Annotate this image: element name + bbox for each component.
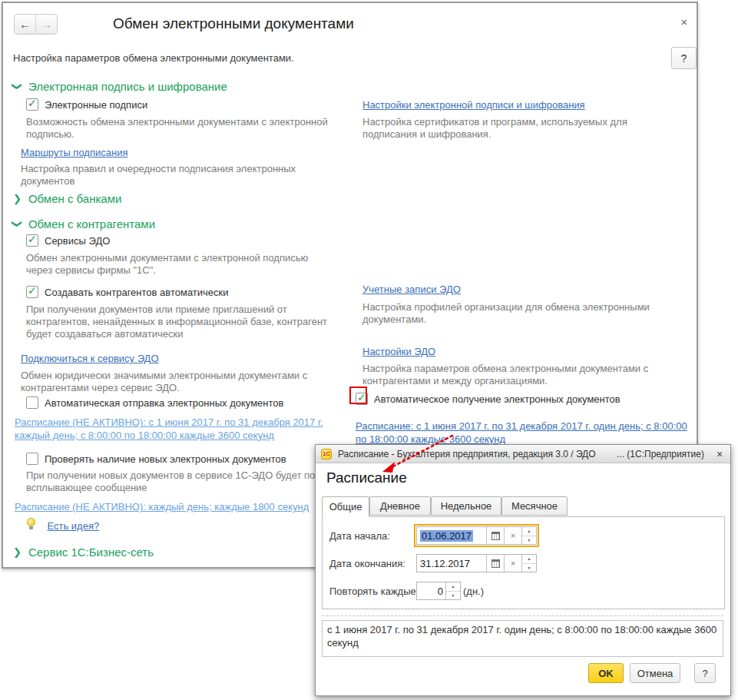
section-title: Обмен с контрагентами bbox=[28, 217, 155, 231]
end-date-spinner[interactable]: ▲▼ bbox=[521, 555, 536, 572]
end-date-field: 31.12.2017 × ▲▼ bbox=[416, 554, 537, 572]
tab-weekly[interactable]: Недельное bbox=[431, 496, 501, 516]
checkbox-label: Создавать контрагентов автоматически bbox=[45, 287, 229, 298]
idea-row: Есть идея? bbox=[26, 518, 99, 533]
value-text: 0 bbox=[438, 586, 443, 597]
spin-down-icon[interactable]: ▼ bbox=[446, 592, 460, 600]
checkbox-label: Сервисы ЭДО bbox=[45, 235, 110, 247]
spin-up-icon[interactable]: ▲ bbox=[522, 527, 536, 536]
desc-electronic-signatures: Возможность обмена электронными документ… bbox=[26, 116, 337, 141]
cancel-button[interactable]: Отмена bbox=[630, 663, 680, 683]
annotation-highlight-box bbox=[349, 386, 367, 404]
dialog-help-button[interactable]: ? bbox=[694, 663, 716, 683]
link-connect-edo[interactable]: Подключиться к сервису ЭДО bbox=[21, 353, 159, 366]
tab-daily[interactable]: Дневное bbox=[369, 496, 431, 516]
ok-button[interactable]: OK bbox=[588, 663, 624, 683]
value-text: 31.12.2017 bbox=[420, 558, 470, 569]
calendar-icon[interactable] bbox=[486, 555, 504, 572]
dialog-title-suffix: ... (1С:Предприятие) bbox=[617, 449, 704, 459]
link-edo-settings[interactable]: Настройки ЭДО bbox=[362, 346, 435, 359]
desc-signature-settings: Настройка сертификатов и программ, испол… bbox=[362, 116, 662, 141]
back-arrow-icon[interactable]: ← bbox=[15, 15, 36, 34]
clear-icon[interactable]: × bbox=[504, 527, 521, 544]
link-schedule-check[interactable]: Расписание (НЕ АКТИВНО): каждый день; ка… bbox=[15, 501, 345, 514]
tab-general[interactable]: Общие bbox=[322, 496, 369, 517]
chevron-down-icon: ❯ bbox=[12, 82, 22, 91]
checkbox-auto-send[interactable]: Автоматическая отправка электронных доку… bbox=[26, 396, 283, 409]
desc-edo-services: Обмен электронными документами с электро… bbox=[26, 252, 333, 277]
checkmark-icon: ✓ bbox=[28, 97, 37, 109]
checkbox-label: Проверять наличие новых электронных доку… bbox=[45, 453, 286, 465]
page-title: Обмен электронными документами bbox=[113, 15, 354, 32]
end-date-input[interactable]: 31.12.2017 bbox=[417, 555, 486, 572]
section-banks-header[interactable]: ❯ Обмен с банками bbox=[13, 192, 121, 205]
section-business-network-header[interactable]: ❯ Сервис 1С:Бизнес-сеть bbox=[13, 546, 154, 559]
checkbox-check-new[interactable]: Проверять наличие новых электронных доку… bbox=[26, 453, 286, 465]
checkbox-auto-receive[interactable]: ✓ Автоматическое получение электронных д… bbox=[356, 393, 621, 405]
desc-check-new: При получении новых документов в сервисе… bbox=[26, 469, 349, 494]
spin-down-icon[interactable]: ▼ bbox=[522, 564, 536, 572]
repeat-input[interactable]: 0 bbox=[417, 582, 445, 599]
dialog-close-icon[interactable]: × bbox=[712, 448, 727, 460]
link-schedule-receive[interactable]: Расписание: с 1 июня 2017 г. по 31 декаб… bbox=[356, 420, 692, 446]
checkbox-label: Автоматическое получение электронных док… bbox=[374, 393, 621, 405]
checkbox-icon[interactable]: ✓ bbox=[26, 98, 38, 111]
repeat-unit-label: (дн.) bbox=[463, 586, 484, 597]
dialog-titlebar[interactable]: 1С Расписание - Бухгалтерия предприятия,… bbox=[316, 445, 730, 463]
calendar-icon[interactable] bbox=[486, 527, 504, 544]
chevron-right-icon: ❯ bbox=[13, 194, 22, 204]
checkbox-electronic-signatures[interactable]: ✓ Электронные подписи bbox=[26, 98, 147, 111]
dialog-title: Расписание - Бухгалтерия предприятия, ре… bbox=[338, 449, 617, 459]
checkbox-icon[interactable] bbox=[26, 396, 38, 409]
lightbulb-icon bbox=[26, 518, 36, 529]
link-schedule-send[interactable]: Расписание (НЕ АКТИВНО): с 1 июня 2017 г… bbox=[15, 416, 340, 442]
chevron-down-icon: ❯ bbox=[12, 220, 22, 228]
end-date-label: Дата окончания: bbox=[329, 558, 405, 569]
section-title: Обмен с банками bbox=[28, 192, 122, 205]
section-counterparties-header[interactable]: ❯ Обмен с контрагентами bbox=[13, 217, 155, 231]
repeat-label: Повторять каждые: bbox=[329, 586, 419, 597]
spin-up-icon[interactable]: ▲ bbox=[522, 555, 536, 564]
checkbox-icon[interactable]: ✓ bbox=[26, 234, 38, 247]
clear-icon[interactable]: × bbox=[504, 555, 521, 572]
desc-edo-settings: Настройка параметров обмена электронными… bbox=[362, 363, 670, 387]
chevron-right-icon: ❯ bbox=[13, 547, 22, 557]
window-help-button[interactable]: ? bbox=[671, 47, 697, 69]
dialog-heading: Расписание bbox=[326, 469, 407, 486]
checkbox-auto-create[interactable]: ✓ Создавать контрагентов автоматически bbox=[26, 286, 229, 298]
checkmark-icon: ✓ bbox=[28, 284, 37, 297]
repeat-spinner[interactable]: ▲▼ bbox=[445, 582, 460, 599]
checkbox-label: Электронные подписи bbox=[45, 99, 147, 111]
selected-text: 01.06.2017 bbox=[420, 530, 473, 542]
desc-signing-routes: Настройка правил и очередности подписани… bbox=[21, 163, 332, 187]
checkbox-edo-services[interactable]: ✓ Сервисы ЭДО bbox=[26, 234, 110, 247]
link-idea[interactable]: Есть идея? bbox=[47, 520, 99, 532]
link-signing-routes[interactable]: Маршруты подписания bbox=[21, 147, 127, 160]
dashed-separator bbox=[322, 615, 723, 616]
checkbox-icon[interactable]: ✓ bbox=[26, 286, 38, 298]
spin-down-icon[interactable]: ▼ bbox=[522, 536, 536, 545]
forward-arrow-icon[interactable]: → bbox=[36, 15, 57, 34]
checkbox-label: Автоматическая отправка электронных доку… bbox=[45, 397, 283, 409]
start-date-spinner[interactable]: ▲▼ bbox=[521, 527, 536, 544]
link-signature-settings[interactable]: Настройки электронной подписи и шифрован… bbox=[362, 99, 585, 112]
link-edo-accounts[interactable]: Учетные записи ЭДО bbox=[362, 284, 461, 297]
schedule-dialog: 1С Расписание - Бухгалтерия предприятия,… bbox=[315, 444, 731, 696]
desc-auto-create: При получении документов или приеме приг… bbox=[26, 304, 352, 340]
schedule-summary: с 1 июня 2017 г. по 31 декабря 2017 г. о… bbox=[322, 620, 723, 657]
window-close-icon[interactable]: × bbox=[676, 15, 693, 31]
checkbox-icon[interactable] bbox=[26, 453, 38, 465]
section-title: Сервис 1С:Бизнес-сеть bbox=[28, 546, 154, 559]
start-date-field: 01.06.2017 × ▲▼ bbox=[416, 526, 537, 545]
desc-edo-accounts: Настройка профилей организации для обмен… bbox=[362, 301, 662, 326]
tab-monthly[interactable]: Месячное bbox=[501, 496, 568, 516]
section-title: Электронная подпись и шифрование bbox=[28, 80, 227, 93]
nav-button-group: ← → bbox=[14, 14, 58, 35]
page-subtitle: Настройка параметров обмена электронными… bbox=[13, 52, 294, 64]
spin-up-icon[interactable]: ▲ bbox=[446, 582, 460, 592]
desc-connect-edo: Обмен юридически значимыми электронными … bbox=[21, 370, 343, 394]
section-signature-header[interactable]: ❯ Электронная подпись и шифрование bbox=[13, 80, 227, 93]
checkmark-icon: ✓ bbox=[28, 233, 37, 245]
start-date-input[interactable]: 01.06.2017 bbox=[417, 527, 486, 544]
repeat-field: 0 ▲▼ bbox=[416, 582, 461, 600]
